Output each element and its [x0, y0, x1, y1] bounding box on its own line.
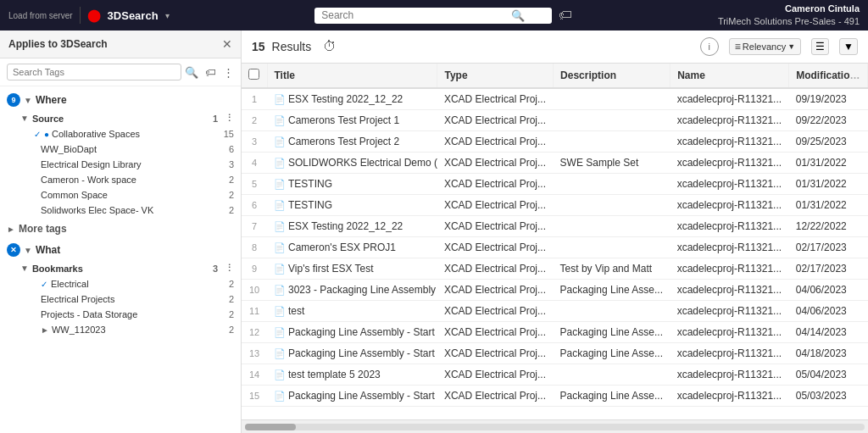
- table-row: 14 📄test template 5 2023 XCAD Electrical…: [242, 364, 868, 386]
- sidebar-search-icon[interactable]: 🔍: [185, 66, 198, 79]
- clock-icon[interactable]: ⏱: [323, 39, 337, 54]
- file-icon: 📄: [274, 327, 286, 338]
- file-icon: 📄: [274, 94, 286, 105]
- row-title[interactable]: 📄ESX Testing 2022_12_22: [267, 216, 437, 237]
- row-title[interactable]: 📄Packaging Line Assembly - Start: [267, 386, 437, 407]
- bookmarks-count: 3: [213, 264, 218, 274]
- search-input[interactable]: [321, 9, 508, 21]
- row-title[interactable]: 📄TESTING: [267, 174, 437, 195]
- col-description[interactable]: Description: [554, 64, 670, 88]
- filter-item-sw-elec-space[interactable]: Solidworks Elec Space- VK 2: [14, 203, 241, 218]
- table-row: 6 📄TESTING XCAD Electrical Proj... xcade…: [242, 195, 868, 216]
- sidebar-title: Applies to 3DSearch: [8, 38, 108, 50]
- row-description: Packaging Line Asse...: [554, 280, 670, 301]
- row-title[interactable]: 📄TESTING: [267, 195, 437, 216]
- scroll-thumb[interactable]: [245, 424, 296, 430]
- row-title[interactable]: 📄ESX Testing 2022_12_22: [267, 88, 437, 110]
- row-title[interactable]: 📄Camerons Test Project 1: [267, 110, 437, 131]
- source-menu-icon[interactable]: ⋮: [225, 113, 234, 124]
- row-num: 1: [242, 88, 267, 110]
- col-type[interactable]: Type: [437, 64, 554, 88]
- row-modification: 01/31/2022: [789, 174, 868, 195]
- source-header[interactable]: ▼ Source 1 ⋮: [14, 110, 241, 126]
- sidebar-tag-icon[interactable]: 🏷: [205, 66, 216, 79]
- file-icon: 📄: [274, 115, 286, 126]
- row-title[interactable]: 📄test template 5 2023: [267, 364, 437, 386]
- main-layout: Applies to 3DSearch ✕ 🔍 🏷 ⋮ 9 ▼ Where ▼ …: [0, 31, 868, 433]
- where-badge: 9: [7, 93, 20, 107]
- row-title[interactable]: 📄SOLIDWORKS Electrical Demo (START): [267, 153, 437, 174]
- top-bar-left: Load from server ⬤ 3DSearch ▾: [8, 7, 170, 24]
- row-description: [554, 174, 670, 195]
- more-tags-chevron-icon: ►: [7, 225, 15, 234]
- row-modification: 04/06/2023: [789, 301, 868, 322]
- bookmarks-header[interactable]: ▼ Bookmarks 3 ⋮: [14, 260, 241, 276]
- filter-item-ww-biodapt[interactable]: WW_BioDapt 6: [14, 142, 241, 157]
- what-section-header[interactable]: ✕ ▼ What: [0, 240, 241, 260]
- row-title[interactable]: 📄Cameron's ESX PROJ1: [267, 237, 437, 258]
- row-title[interactable]: 📄Camerons Test Project 2: [267, 131, 437, 153]
- sidebar-menu-icon[interactable]: ⋮: [223, 66, 234, 79]
- row-name: xcadelecproj-R11321...: [670, 110, 789, 131]
- row-title[interactable]: 📄Vip's first ESX Test: [267, 258, 437, 280]
- select-all-checkbox[interactable]: [248, 69, 259, 80]
- bookmarks-menu-icon[interactable]: ⋮: [225, 263, 234, 274]
- view-options-button[interactable]: ▼: [839, 38, 858, 55]
- row-type: XCAD Electrical Proj...: [437, 386, 554, 407]
- search-icon: 🔍: [511, 9, 525, 22]
- col-title[interactable]: Title: [267, 64, 437, 88]
- row-modification: 02/17/2023: [789, 237, 868, 258]
- row-modification: 02/17/2023: [789, 258, 868, 280]
- what-chevron-icon: ▼: [24, 246, 32, 255]
- scroll-track[interactable]: [245, 424, 865, 430]
- col-checkbox[interactable]: [242, 64, 267, 88]
- app-name-label[interactable]: 3DSearch: [108, 9, 159, 22]
- row-num: 2: [242, 110, 267, 131]
- results-count: 15: [252, 40, 265, 53]
- bookmark-projects-storage[interactable]: Projects - Data Storage 2: [14, 307, 241, 322]
- file-icon: 📄: [274, 369, 286, 380]
- col-name[interactable]: Name: [670, 64, 789, 88]
- list-view-button[interactable]: ☰: [811, 38, 829, 55]
- bookmark-electrical-check-icon: ✓: [41, 280, 47, 289]
- table-row: 11 📄test XCAD Electrical Proj... xcadele…: [242, 301, 868, 322]
- tag-icon[interactable]: 🏷: [559, 8, 572, 24]
- user-name: Cameron Cintula: [718, 3, 860, 15]
- row-num: 13: [242, 343, 267, 364]
- row-type: XCAD Electrical Proj...: [437, 174, 554, 195]
- file-icon: 📄: [274, 136, 286, 147]
- col-modification[interactable]: Modificatio…: [789, 64, 868, 88]
- where-section-header[interactable]: 9 ▼ Where: [0, 90, 241, 110]
- collab-spaces-count: 15: [224, 129, 234, 139]
- filter-item-cameron-work[interactable]: Cameron - Work space 2: [14, 172, 241, 187]
- row-title[interactable]: 📄test: [267, 301, 437, 322]
- bookmark-electrical[interactable]: ✓ Electrical 2: [14, 276, 241, 291]
- row-title[interactable]: 📄Packaging Line Assembly - Start: [267, 343, 437, 364]
- row-type: XCAD Electrical Proj...: [437, 280, 554, 301]
- relevancy-dropdown[interactable]: ≡ Relevancy ▼: [729, 38, 801, 55]
- info-button[interactable]: i: [700, 37, 719, 56]
- source-label: Source: [32, 114, 64, 124]
- bookmarks-chevron-icon: ▼: [20, 264, 29, 273]
- filter-item-elec-lib[interactable]: Electrical Design Library 3: [14, 157, 241, 172]
- table-row: 4 📄SOLIDWORKS Electrical Demo (START) XC…: [242, 153, 868, 174]
- sidebar-search-input[interactable]: [7, 64, 181, 80]
- horizontal-scrollbar[interactable]: [242, 419, 868, 433]
- bookmark-ww-112023[interactable]: ► WW_112023 2: [14, 322, 241, 337]
- more-tags-row[interactable]: ► More tags: [0, 218, 241, 240]
- sort-icon: ≡: [735, 41, 741, 53]
- what-label: What: [36, 244, 60, 256]
- collab-spaces-label: Collaborative Spaces: [52, 129, 224, 139]
- check-icon: ✓: [34, 130, 41, 139]
- row-type: XCAD Electrical Proj...: [437, 110, 554, 131]
- row-name: xcadelecproj-R11321...: [670, 153, 789, 174]
- row-title[interactable]: 📄3023 - Packaging Line Assembly - Comple…: [267, 280, 437, 301]
- row-modification: 01/31/2022: [789, 153, 868, 174]
- filter-item-common-space[interactable]: Common Space 2: [14, 187, 241, 203]
- collab-spaces-item[interactable]: ✓ ● Collaborative Spaces 15: [14, 126, 241, 142]
- bookmark-elec-projects[interactable]: Electrical Projects 2: [14, 291, 241, 307]
- row-title[interactable]: 📄Packaging Line Assembly - Start: [267, 322, 437, 343]
- sidebar-close-icon[interactable]: ✕: [222, 37, 232, 51]
- row-name: xcadelecproj-R11321...: [670, 237, 789, 258]
- ds-logo-icon: ⬤: [87, 8, 101, 22]
